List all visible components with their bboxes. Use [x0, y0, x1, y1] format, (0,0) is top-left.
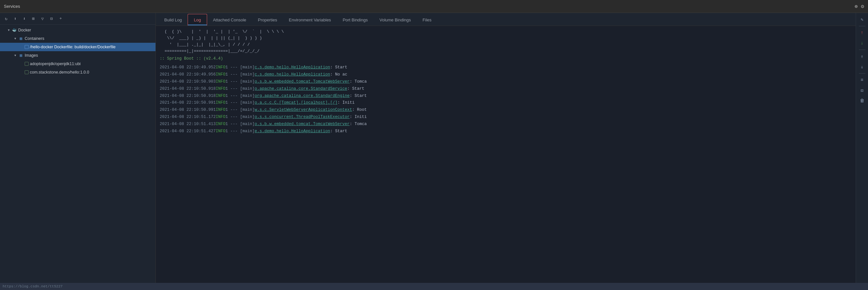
- thread-4: main]: [243, 93, 255, 100]
- down-arrow-button[interactable]: ↓: [858, 39, 867, 48]
- tab-files-label: Files: [423, 17, 431, 22]
- gear-icon[interactable]: ⚙: [861, 3, 864, 10]
- docker-arrow: ▼: [6, 28, 11, 32]
- group-button[interactable]: ⊞: [29, 14, 38, 23]
- sep-9: 1 --- [: [226, 128, 243, 135]
- right-toolbar: ✎ ↑ ↓ ⇑ ⇓ ≡ ⊡ 🗑: [856, 13, 868, 283]
- class-8: o.s.b.w.embedded.tomcat.TomcatWebServer: [255, 121, 350, 128]
- adoptopenjdk-label: adoptopenjdk/openjdk11:ubi: [30, 62, 81, 66]
- thread-5: main]: [243, 100, 255, 107]
- class-5: o.a.c.c.C.[Tomcat].[localhost].[/]: [255, 100, 338, 107]
- thread-9: main]: [243, 128, 255, 135]
- scroll-down-button[interactable]: ⇓: [858, 62, 867, 71]
- tab-properties[interactable]: Properties: [252, 14, 283, 26]
- tab-files[interactable]: Files: [417, 14, 437, 26]
- class-6: w.s.c.ServletWebServerApplicationContext: [255, 107, 352, 114]
- filter-button[interactable]: ▽: [38, 14, 47, 23]
- log-entry-7: 2021-04-08 22:10:51.172 INFO 1 --- [ mai…: [160, 114, 852, 121]
- tab-env-vars[interactable]: Environment Variables: [283, 14, 337, 26]
- thread-1: main]: [243, 71, 255, 78]
- tab-build-log-label: Build Log: [164, 17, 182, 22]
- ts-7: 2021-04-08 22:10:51.172: [160, 114, 216, 121]
- delete-button[interactable]: 🗑: [858, 96, 867, 105]
- sidebar: ↻ ⬆ ⬇ ⊞ ▽ ⊟ + ▼ 🐳 Docker ▼ ⊞ Containers: [0, 13, 156, 283]
- url-bar: https://blog.csdn.net/tt5227: [0, 283, 868, 290]
- msg-5: : Initi: [338, 100, 355, 107]
- sep-8: 1 --- [: [226, 121, 243, 128]
- msg-8: : Tomca: [350, 121, 367, 128]
- collapse-button[interactable]: ⬆: [11, 14, 20, 23]
- sep-6: 1 --- [: [226, 107, 243, 114]
- thread-6: main]: [243, 107, 255, 114]
- log-entry-0: 2021-04-08 22:10:49.952 INFO 1 --- [ mai…: [160, 64, 852, 71]
- class-0: c.s.demo.hello.HelloApplication: [255, 64, 331, 71]
- hello-docker-label: /hello-docker Dockerfile: build/docker/D…: [30, 45, 116, 49]
- sidebar-toolbar: ↻ ⬆ ⬇ ⊞ ▽ ⊟ +: [0, 13, 155, 25]
- ascii-line-1: ( ( )\ | ' | '_ | | '_ \/ ` | \ \ \ \: [160, 29, 852, 35]
- ts-4: 2021-04-08 22:10:50.918: [160, 93, 216, 100]
- tab-build-log[interactable]: Build Log: [158, 14, 188, 26]
- level-9: INFO: [216, 128, 226, 135]
- title-bar-right: ⊕ ⚙: [855, 3, 864, 10]
- stackstone-label: com.stackstone.demo/hello:1.0.0: [30, 70, 89, 75]
- tab-volume-bindings-label: Volume Bindings: [379, 17, 411, 22]
- images-arrow: ▼: [13, 53, 18, 58]
- tab-log[interactable]: Log: [188, 14, 207, 26]
- tree-item-images[interactable]: ▼ ⊞ Images: [0, 51, 155, 60]
- tree-item-stackstone[interactable]: ▶ com.stackstone.demo/hello:1.0.0: [0, 68, 155, 76]
- edit-button[interactable]: ✎: [858, 15, 867, 24]
- sep-7: 1 --- [: [226, 114, 243, 121]
- level-2: INFO: [216, 78, 226, 85]
- up-arrow-button[interactable]: ↑: [858, 28, 867, 37]
- ts-0: 2021-04-08 22:10:49.952: [160, 64, 216, 71]
- class-2: o.s.b.w.embedded.tomcat.TomcatWebServer: [255, 78, 350, 85]
- refresh-button[interactable]: ↻: [2, 14, 10, 23]
- add-button[interactable]: +: [57, 14, 65, 23]
- scroll-up-button[interactable]: ⇑: [858, 52, 867, 61]
- thread-8: main]: [243, 121, 255, 128]
- toolbar-divider-2: [859, 49, 865, 50]
- ts-2: 2021-04-08 22:10:50.903: [160, 78, 216, 85]
- msg-3: : Start: [347, 85, 365, 93]
- ts-3: 2021-04-08 22:10:50.918: [160, 85, 216, 93]
- tab-env-vars-label: Environment Variables: [289, 17, 331, 22]
- log-entries: 2021-04-08 22:10:49.952 INFO 1 --- [ mai…: [160, 64, 852, 135]
- tree-item-docker[interactable]: ▼ 🐳 Docker: [0, 26, 155, 34]
- title-text: Services: [4, 4, 20, 9]
- globe-icon[interactable]: ⊕: [855, 3, 858, 10]
- thread-2: main]: [243, 78, 255, 85]
- tab-port-bindings[interactable]: Port Bindings: [337, 14, 374, 26]
- list-button[interactable]: ≡: [858, 75, 867, 84]
- level-3: INFO: [216, 85, 226, 93]
- tree-item-containers[interactable]: ▼ ⊞ Containers: [0, 34, 155, 43]
- level-5: INFO: [216, 100, 226, 107]
- level-8: INFO: [216, 121, 226, 128]
- tree-item-adoptopenjdk[interactable]: ▶ adoptopenjdk/openjdk11:ubi: [0, 60, 155, 68]
- title-bar-left: Services: [4, 4, 20, 9]
- sep-1: 1 --- [: [226, 71, 243, 78]
- grid-icon: ⊞: [18, 36, 23, 41]
- tree-item-hello-docker[interactable]: ▶ /hello-docker Dockerfile: build/docker…: [0, 43, 155, 51]
- class-1: c.s.demo.hello.HelloApplication: [255, 71, 331, 78]
- log-entry-8: 2021-04-08 22:10:51.413 INFO 1 --- [ mai…: [160, 121, 852, 128]
- runconfig-button[interactable]: ⊟: [48, 14, 56, 23]
- ts-9: 2021-04-08 22:10:51.427: [160, 128, 216, 135]
- log-entry-1: 2021-04-08 22:10:49.956 INFO 1 --- [ mai…: [160, 71, 852, 78]
- images-grid-icon: ⊞: [18, 53, 23, 58]
- expand-button[interactable]: ⬇: [20, 14, 29, 23]
- sep-5: 1 --- [: [226, 100, 243, 107]
- msg-1: : No ac: [330, 71, 347, 78]
- tab-volume-bindings[interactable]: Volume Bindings: [374, 14, 417, 26]
- tab-attached-console[interactable]: Attached Console: [207, 14, 252, 26]
- class-9: e.s.demo.hello.HelloApplication: [255, 128, 331, 135]
- image-icon-2: [25, 70, 29, 74]
- thread-0: main]: [243, 64, 255, 71]
- msg-2: : Tomca: [350, 78, 367, 85]
- log-content[interactable]: ( ( )\ | ' | '_ | | '_ \/ ` | \ \ \ \ \\…: [156, 26, 856, 283]
- log-entry-2: 2021-04-08 22:10:50.903 INFO 1 --- [ mai…: [160, 78, 852, 85]
- tab-properties-label: Properties: [258, 17, 277, 22]
- ts-5: 2021-04-08 22:10:50.991: [160, 100, 216, 107]
- spring-boot-line: :: Spring Boot :: (v2.4.4): [160, 57, 852, 61]
- ascii-line-2: \\/ ___) | _) | | | || (_| | ) ) ) ): [160, 35, 852, 41]
- print-button[interactable]: ⊡: [858, 86, 867, 95]
